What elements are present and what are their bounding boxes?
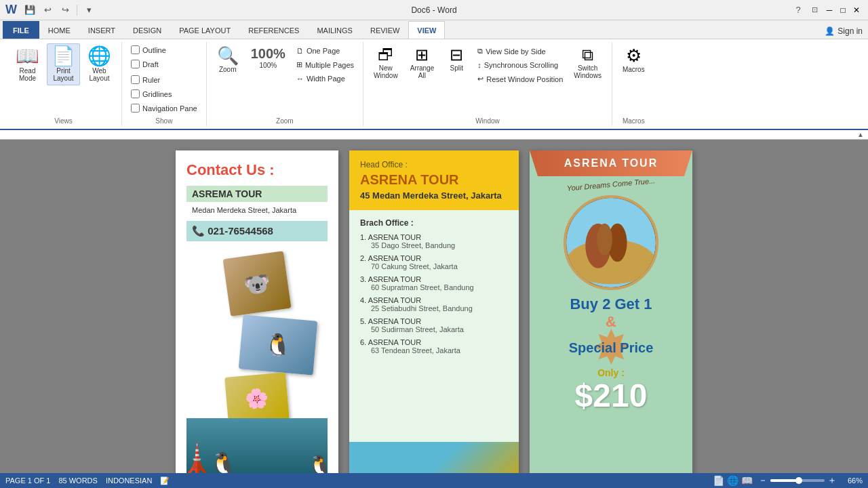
tab-page-layout[interactable]: PAGE LAYOUT xyxy=(170,21,239,39)
view-icons: 📄 🌐 📖 xyxy=(713,475,753,486)
gridlines-checkbox[interactable] xyxy=(131,89,140,98)
ribbon-group-window: 🗗 NewWindow ⊞ ArrangeAll ⊟ Split ⧉ View … xyxy=(363,42,612,126)
read-mode-button[interactable]: 📖 ReadMode xyxy=(11,43,44,85)
phone-box: 📞 021-76544568 xyxy=(186,221,328,241)
zoom-100-label: 100% xyxy=(260,62,277,69)
one-page-icon: 🗋 xyxy=(296,47,304,55)
zoom-button[interactable]: 🔍 Zoom xyxy=(212,43,243,77)
save-button[interactable]: 💾 xyxy=(22,3,37,18)
zoom-icon: 🔍 xyxy=(217,47,239,64)
tab-mailings[interactable]: MAILINGS xyxy=(308,21,361,39)
company-name: ASREMA TOUR xyxy=(186,186,328,202)
zoom-100-button[interactable]: 100% 100% xyxy=(246,43,290,73)
customize-qat-button[interactable]: ▾ xyxy=(81,3,96,18)
zoom-thumb[interactable] xyxy=(795,477,802,484)
ribbon-tabs: FILE HOME INSERT DESIGN PAGE LAYOUT REFE… xyxy=(0,20,868,39)
app-icon: W xyxy=(5,3,17,17)
new-window-button[interactable]: 🗗 NewWindow xyxy=(369,43,403,83)
signin-label[interactable]: Sign in xyxy=(837,26,863,36)
read-view-icon[interactable]: 📖 xyxy=(741,475,753,486)
ruler-checkbox-item[interactable]: Ruler xyxy=(127,73,163,86)
title-bar-left: W 💾 ↩ ↪ ▾ xyxy=(5,3,96,18)
tab-references[interactable]: REFERENCES xyxy=(239,21,308,39)
nav-pane-checkbox-item[interactable]: Navigation Pane xyxy=(127,102,201,115)
show-items: Outline Draft Ruler Gridlines Navigation… xyxy=(127,43,201,115)
restore-button[interactable]: □ xyxy=(837,4,849,16)
zoom-items: 🔍 Zoom 100% 100% 🗋 One Page ⊞ Multiple P… xyxy=(212,43,357,115)
minimize-button[interactable]: ─ xyxy=(823,4,835,16)
undo-button[interactable]: ↩ xyxy=(40,3,55,18)
ribbon-group-views: 📖 ReadMode 📄 PrintLayout 🌐 WebLayout Vie… xyxy=(5,42,122,126)
flowers-icon: 🌸 xyxy=(244,386,270,411)
branch-item-6: 6. ASRENA TOUR 63 Tendean Street, Jakart… xyxy=(360,338,508,354)
tab-file[interactable]: FILE xyxy=(3,21,39,39)
draft-checkbox[interactable] xyxy=(131,60,140,68)
right-company-name: ASRENA TOUR xyxy=(540,157,682,169)
close-button[interactable]: ✕ xyxy=(850,4,863,16)
nav-pane-checkbox[interactable] xyxy=(131,104,140,113)
switch-windows-button[interactable]: ⧉ SwitchWindows xyxy=(569,43,606,83)
svg-point-4 xyxy=(597,224,612,256)
ribbon-group-macros: ⚙ Macros Macros xyxy=(612,42,655,126)
ribbon-group-show: Outline Draft Ruler Gridlines Navigation… xyxy=(122,42,207,126)
tab-view[interactable]: VIEW xyxy=(408,21,445,39)
help-button[interactable]: ? xyxy=(791,3,806,18)
page-width-button[interactable]: ↔ Width Page xyxy=(293,73,357,85)
sync-scrolling-button[interactable]: ↕ Synchronous Scrolling xyxy=(474,59,566,71)
tab-home[interactable]: HOME xyxy=(39,21,79,39)
branch-label: Brach Office : xyxy=(360,218,508,228)
window-stack: ⧉ View Side by Side ↕ Synchronous Scroll… xyxy=(474,45,566,85)
tab-insert[interactable]: INSERT xyxy=(79,21,124,39)
zoom-plus-button[interactable]: ＋ xyxy=(827,474,837,487)
view-side-by-side-button[interactable]: ⧉ View Side by Side xyxy=(474,45,566,58)
ribbon-content: 📖 ReadMode 📄 PrintLayout 🌐 WebLayout Vie… xyxy=(0,39,868,130)
split-icon: ⊟ xyxy=(450,47,463,63)
signin-area[interactable]: 👤 Sign in xyxy=(819,24,868,39)
zoom-100-icon: 100% xyxy=(251,47,285,60)
outline-button[interactable]: Outline xyxy=(127,43,170,56)
zoom-percentage[interactable]: 66% xyxy=(842,476,863,485)
multiple-pages-icon: ⊞ xyxy=(296,60,302,69)
image-placeholder-1: 🐨 xyxy=(223,251,292,317)
web-layout-icon: 🌐 xyxy=(87,47,111,66)
ruler-checkbox[interactable] xyxy=(131,75,140,84)
show-group-label: Show xyxy=(155,115,172,125)
title-text: Doc6 - Word xyxy=(411,5,456,15)
print-layout-label: PrintLayout xyxy=(53,67,73,82)
circle-landscape-image xyxy=(564,195,658,290)
print-layout-icon: 📄 xyxy=(52,47,75,66)
center-panel: Head Office : ASRENA TOUR 45 Medan Merde… xyxy=(349,150,519,488)
reset-window-button[interactable]: ↩ Reset Window Position xyxy=(474,73,566,85)
title-bar-title: Doc6 - Word xyxy=(411,5,456,15)
ribbon-display-button[interactable]: ⊡ xyxy=(807,3,822,18)
page-info: PAGE 1 OF 1 xyxy=(5,476,50,485)
zoom-fill xyxy=(770,479,797,482)
outline-checkbox[interactable] xyxy=(131,45,140,54)
zoom-group-label: Zoom xyxy=(276,115,294,125)
draft-button[interactable]: Draft xyxy=(127,58,170,70)
split-button[interactable]: ⊟ Split xyxy=(441,43,471,75)
gridlines-checkbox-item[interactable]: Gridlines xyxy=(127,87,175,100)
print-layout-button[interactable]: 📄 PrintLayout xyxy=(47,43,80,85)
web-layout-button[interactable]: 🌐 WebLayout xyxy=(83,43,116,85)
sync-scrolling-label: Synchronous Scrolling xyxy=(484,61,558,69)
tab-design[interactable]: DESIGN xyxy=(124,21,170,39)
web-view-icon[interactable]: 🌐 xyxy=(727,475,738,486)
macros-button[interactable]: ⚙ Macros xyxy=(618,43,650,77)
one-page-label: One Page xyxy=(307,47,340,55)
price-section: Only : $210 xyxy=(530,367,692,414)
arrange-all-button[interactable]: ⊞ ArrangeAll xyxy=(406,43,439,83)
branch-item-1: 1. ASRENA TOUR 35 Dago Street, Bandung xyxy=(360,233,508,249)
zoom-minus-button[interactable]: － xyxy=(758,474,768,487)
multiple-pages-button[interactable]: ⊞ Multiple Pages xyxy=(293,58,357,71)
read-mode-label: ReadMode xyxy=(19,67,36,82)
web-layout-label: WebLayout xyxy=(89,67,109,82)
views-buttons: 📖 ReadMode 📄 PrintLayout 🌐 WebLayout xyxy=(11,43,116,115)
zoom-track xyxy=(770,479,825,482)
tab-review[interactable]: REVIEW xyxy=(361,21,408,39)
one-page-button[interactable]: 🗋 One Page xyxy=(293,45,357,57)
print-view-icon[interactable]: 📄 xyxy=(713,475,724,486)
collapse-arrow-icon[interactable]: ▲ xyxy=(857,131,864,138)
window-group-label: Window xyxy=(475,115,500,125)
redo-button[interactable]: ↪ xyxy=(58,3,73,18)
